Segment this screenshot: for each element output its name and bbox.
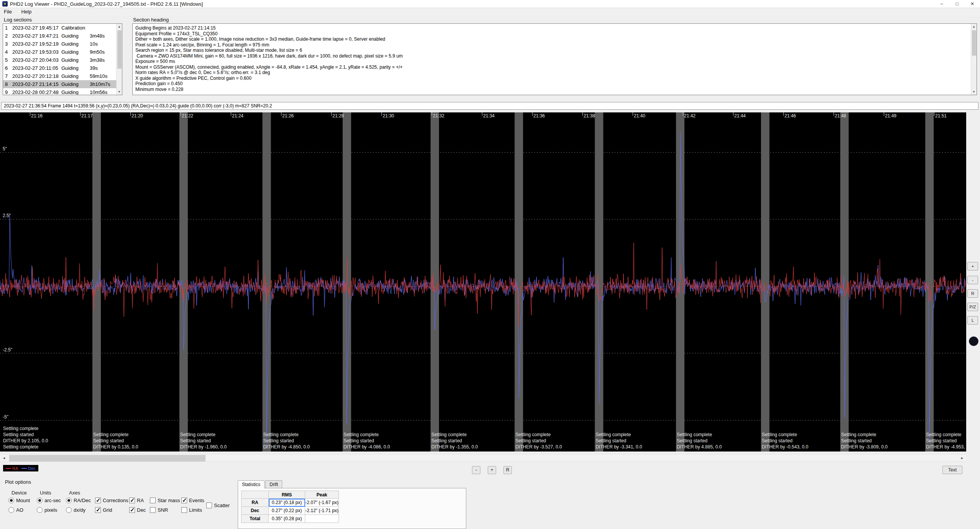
time-tick — [231, 112, 231, 116]
log-section-row[interactable]: 52023-02-27 20:04:03Guiding3m38s — [3, 56, 116, 64]
scrollbar-thumb[interactable] — [9, 455, 206, 461]
stats-header-cell: RMS — [269, 491, 305, 499]
chart-side-button-[interactable]: - — [967, 276, 978, 284]
log-section-row[interactable]: 42023-02-27 19:53:03Guiding9m50s — [3, 48, 116, 56]
radio-ao[interactable]: AO — [8, 507, 23, 513]
stats-row-dec: Dec0.27" (0.22 px)-2.12" (-1.71 px) — [241, 507, 339, 515]
checkbox-corrections[interactable]: Corrections — [95, 498, 128, 503]
log-list-scrollbar[interactable]: ▲ ▼ — [116, 24, 122, 95]
chart-side-button-[interactable]: + — [967, 262, 978, 270]
zoom-in-button[interactable]: + — [488, 466, 496, 474]
scrollbar-thumb[interactable] — [117, 30, 122, 69]
chart-side-button-r[interactable]: R — [967, 289, 978, 298]
log-cell: 2023-02-27 19:53:03 — [12, 49, 61, 55]
radio-arc-sec[interactable]: arc-sec — [37, 498, 61, 503]
scroll-down-icon[interactable]: ▼ — [117, 89, 122, 95]
close-button[interactable]: ✕ — [965, 0, 980, 8]
stats-rms-cell[interactable]: 0.23" (0.18 px) — [269, 499, 305, 507]
stats-header-cell: Peak — [305, 491, 339, 499]
tab-drift[interactable]: Drift — [265, 480, 282, 488]
chart-side-button-l[interactable]: L — [967, 316, 978, 325]
radio-label: arc-sec — [44, 498, 61, 503]
checkbox-icon — [206, 503, 212, 508]
checkbox-grid[interactable]: Grid — [95, 507, 112, 513]
checkbox-label: Corrections — [103, 498, 128, 503]
log-section-row[interactable]: 22023-02-27 19:47:21Guiding3m48s — [3, 32, 116, 40]
log-section-row[interactable]: 92023-02-28 00:27:48Guiding10m56s — [3, 88, 116, 95]
dither-bar — [925, 112, 934, 452]
menu-help[interactable]: Help — [17, 8, 35, 15]
stats-peak-cell[interactable] — [305, 515, 339, 523]
maximize-button[interactable]: □ — [949, 0, 965, 8]
stats-peak-cell[interactable]: -2.12" (-1.71 px) — [305, 507, 339, 515]
dither-annotation: Settling completeSettling startedDITHER … — [263, 432, 310, 450]
stats-row-label: RA — [241, 499, 269, 507]
log-section-row[interactable]: 32023-02-27 19:52:19Guiding10s — [3, 40, 116, 48]
text-button[interactable]: Text — [942, 466, 962, 474]
scroll-down-icon[interactable]: ▼ — [971, 89, 977, 95]
checkbox-scatter[interactable]: Scatter — [206, 503, 230, 508]
radio-pixels[interactable]: pixels — [37, 507, 57, 513]
radio-ra-dec[interactable]: RA/Dec — [66, 498, 91, 503]
radio-label: RA/Dec — [74, 498, 91, 503]
checkbox-limits[interactable]: Limits — [181, 507, 202, 513]
heading-scrollbar[interactable]: ▲ ▼ — [971, 24, 977, 95]
legend-item-dec: Dec — [21, 466, 36, 471]
checkbox-events[interactable]: Events — [181, 498, 204, 503]
chart-side-button-p-z[interactable]: P/Z — [967, 303, 978, 311]
log-cell: 2023-02-27 19:45:17 — [12, 25, 61, 31]
dither-annotation: Settling completeSettling startedDITHER … — [344, 432, 390, 450]
scroll-right-icon[interactable]: ► — [958, 454, 966, 462]
scrollbar-thumb[interactable] — [972, 30, 976, 56]
radio-mount[interactable]: Mount — [8, 498, 30, 503]
guide-chart[interactable]: 21:1621:1721:2021:2221:2421:2621:2821:30… — [0, 112, 966, 452]
log-section-row[interactable]: 72023-02-27 20:12:18Guiding59m10s — [3, 72, 116, 80]
minimize-button[interactable]: – — [934, 0, 949, 8]
chart-horizontal-scrollbar[interactable]: ◄ ► — [0, 454, 966, 462]
group-label-units: Units — [40, 490, 51, 496]
reset-zoom-button[interactable]: R — [503, 466, 512, 474]
stats-rms-cell[interactable]: 0.35" (0.28 px) — [269, 515, 305, 523]
log-section-row[interactable]: 82023-02-27 21:14:15Guiding3h10m7s — [3, 80, 116, 88]
y-axis-label: -2.5" — [3, 347, 12, 353]
radio-dx-dy[interactable]: dx/dy — [66, 507, 86, 513]
scroll-up-icon[interactable]: ▲ — [117, 24, 122, 30]
checkbox-ra[interactable]: RA — [129, 498, 144, 503]
zoom-out-button[interactable]: - — [472, 466, 480, 474]
stats-row-total: Total0.35" (0.28 px) — [241, 515, 339, 523]
statistics-panel: Statistics Drift RMSPeakRA0.23" (0.18 px… — [238, 480, 466, 529]
checkbox-icon — [129, 498, 135, 503]
dither-annotation: Settling completeSettling startedDITHER … — [515, 432, 562, 450]
time-label: 21:16 — [31, 113, 43, 119]
dec-swatch — [21, 468, 27, 469]
checkbox-star-mass[interactable]: Star mass — [150, 498, 180, 503]
radio-icon — [66, 498, 72, 503]
time-label: 21:32 — [433, 113, 444, 119]
radio-label: pixels — [44, 507, 57, 513]
log-cell: Guiding — [61, 41, 90, 47]
stats-rms-cell[interactable]: 0.27" (0.22 px) — [269, 507, 305, 515]
log-sections-list[interactable]: 12023-02-27 19:45:17Calibration22023-02-… — [3, 23, 122, 95]
stats-header-row: RMSPeak — [241, 491, 339, 499]
checkbox-dec[interactable]: Dec — [129, 507, 146, 513]
scroll-up-icon[interactable]: ▲ — [971, 24, 977, 30]
tab-statistics[interactable]: Statistics — [238, 480, 265, 488]
scroll-left-icon[interactable]: ◄ — [0, 454, 8, 462]
log-section-row[interactable]: 62023-02-27 20:11:05Guiding39s — [3, 64, 116, 72]
stats-row-ra: RA0.23" (0.18 px)-2.07" (-1.67 px) — [241, 499, 339, 507]
radio-label: dx/dy — [74, 507, 86, 513]
log-cell: 3m38s — [90, 57, 116, 63]
menu-file[interactable]: File — [0, 8, 16, 15]
chart-knob[interactable] — [969, 336, 978, 346]
log-cell: Guiding — [61, 57, 90, 63]
checkbox-snr[interactable]: SNR — [150, 507, 168, 513]
log-section-row[interactable]: 12023-02-27 19:45:17Calibration — [3, 24, 116, 32]
time-tick — [884, 112, 884, 116]
log-cell: 2023-02-28 00:27:48 — [12, 89, 61, 95]
log-cell: 10m56s — [90, 89, 116, 95]
section-heading-text[interactable]: Guiding Begins at 2023-02-27 21:14:15 Eq… — [132, 23, 977, 95]
stats-peak-cell[interactable]: -2.07" (-1.67 px) — [305, 499, 339, 507]
group-label-device: Device — [12, 490, 27, 496]
statistics-body: RMSPeakRA0.23" (0.18 px)-2.07" (-1.67 px… — [238, 488, 466, 529]
time-label: 21:28 — [332, 113, 344, 119]
